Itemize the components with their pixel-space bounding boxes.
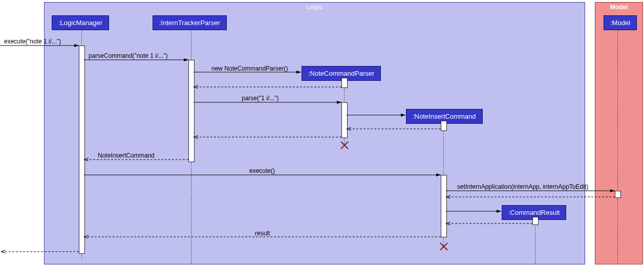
model-box-title: Model	[595, 3, 642, 11]
activation-logic-manager	[79, 46, 85, 254]
msg-parse: parse("1 i/...")	[242, 95, 279, 102]
logic-box: Logic	[44, 2, 585, 264]
msg-new-note-command-parser: new NoteCommandParser()	[211, 65, 288, 72]
activation-note-command-parser-2	[341, 102, 348, 138]
model-box: Model	[595, 2, 643, 264]
participant-logic-manager: :LogicManager	[52, 15, 109, 30]
msg-execute2: execute()	[249, 167, 275, 174]
msg-set-intern-application: setInternApplication(internApp, internAp…	[457, 183, 588, 190]
participant-model: :Model	[604, 15, 637, 30]
lifeline-command-result	[535, 219, 535, 264]
activation-intern-tracker-parser	[188, 60, 195, 162]
destroy-note-insert-command	[438, 241, 448, 252]
logic-box-title: Logic	[45, 3, 585, 11]
lifeline-model	[617, 30, 618, 264]
msg-note-insert-command: NoteInsertCommand	[98, 152, 155, 159]
msg-result: result	[255, 230, 270, 237]
participant-intern-tracker-parser: :InternTrackerParser	[153, 15, 227, 30]
msg-execute1: execute("note 1 i/...")	[4, 38, 61, 45]
activation-command-result	[532, 217, 539, 225]
destroy-note-command-parser	[339, 140, 349, 150]
activation-note-insert-command-1	[441, 121, 447, 131]
activation-note-insert-command-2	[441, 175, 447, 237]
activation-model	[615, 191, 621, 198]
msg-parse-command: parseCommand("note 1 i/...")	[89, 52, 168, 59]
activation-note-command-parser-1	[341, 78, 348, 88]
